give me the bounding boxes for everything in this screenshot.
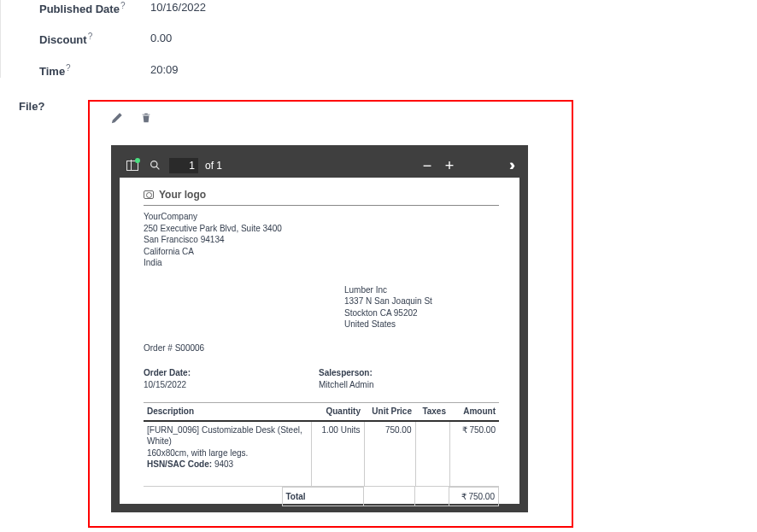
col-amount: Amount: [449, 403, 499, 421]
pdf-viewer: of 1 − + ›› Your logo YourCompany 250 Ex…: [111, 145, 528, 512]
time-label: Time?: [39, 62, 150, 78]
totals-row: Total ₹ 750.00: [144, 487, 499, 507]
svg-line-1: [156, 167, 159, 170]
file-actions: [111, 112, 556, 126]
camera-icon: [144, 190, 154, 199]
line-items-table: Description Quantity Unit Price Taxes Am…: [144, 402, 499, 487]
total-value: ₹ 750.00: [449, 487, 499, 506]
salesperson: Salesperson: Mitchell Admin: [319, 367, 373, 390]
field-file: File? of 1: [0, 93, 757, 532]
help-icon[interactable]: ?: [38, 100, 44, 113]
table-row: [FURN_0096] Customizable Desk (Steel, Wh…: [144, 421, 499, 487]
order-date: Order Date: 10/15/2022: [144, 367, 319, 390]
page-number-input[interactable]: [169, 158, 198, 173]
divider: [144, 205, 499, 206]
logo-placeholder: Your logo: [144, 188, 499, 202]
field-discount: Discount? 0.00: [39, 31, 740, 46]
order-number: Order # S00006: [144, 342, 499, 354]
time-value: 20:09: [150, 62, 179, 76]
col-quantity: Quantity: [311, 403, 364, 421]
published-date-value: 10/16/2022: [150, 0, 206, 14]
svg-point-0: [150, 161, 156, 167]
zoom-out-icon[interactable]: −: [422, 158, 432, 173]
sidebar-toggle-icon[interactable]: [125, 158, 140, 173]
tools-menu-icon[interactable]: ››: [509, 156, 511, 174]
help-icon[interactable]: ?: [120, 1, 126, 10]
help-icon[interactable]: ?: [88, 32, 93, 41]
field-published-date: Published Date? 10/16/2022: [39, 0, 740, 15]
company-address: YourCompany 250 Executive Park Blvd, Sui…: [144, 211, 499, 269]
field-time: Time? 20:09: [39, 62, 740, 78]
page-total: of 1: [205, 160, 222, 172]
logo-text: Your logo: [159, 188, 206, 202]
file-content-area: of 1 − + ›› Your logo YourCompany 250 Ex…: [88, 100, 573, 528]
edit-icon[interactable]: [111, 112, 123, 124]
pdf-page: Your logo YourCompany 250 Executive Park…: [120, 178, 519, 515]
file-label: File?: [19, 100, 44, 113]
total-label: Total: [282, 487, 364, 506]
published-date-label: Published Date?: [39, 0, 150, 15]
pdf-toolbar: of 1 − + ››: [120, 154, 519, 178]
col-description: Description: [144, 403, 311, 421]
col-taxes: Taxes: [415, 403, 449, 421]
help-icon[interactable]: ?: [66, 63, 71, 73]
zoom-in-icon[interactable]: +: [444, 158, 455, 173]
search-icon[interactable]: [147, 158, 162, 173]
col-unit-price: Unit Price: [364, 403, 415, 421]
discount-label: Discount?: [39, 31, 150, 46]
customer-address: Lumber Inc 1337 N San Joaquin St Stockto…: [344, 284, 499, 330]
discount-value: 0.00: [150, 31, 172, 44]
delete-icon[interactable]: [140, 112, 152, 124]
